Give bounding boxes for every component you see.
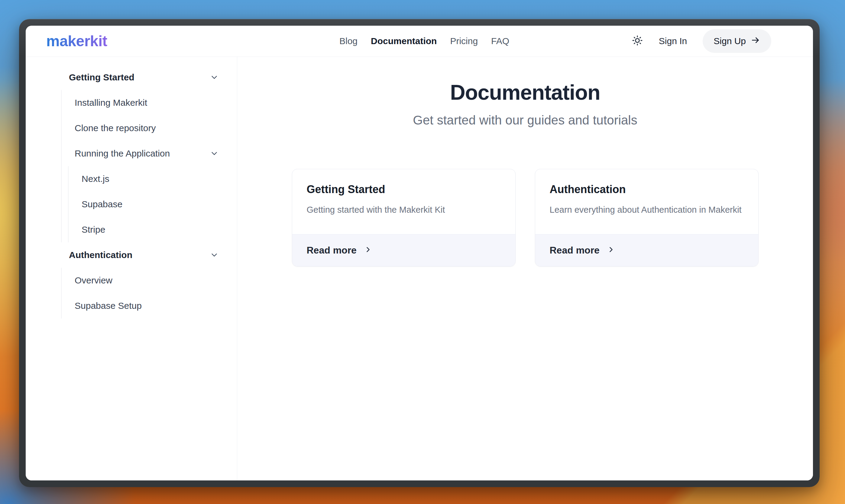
read-more-label: Read more	[550, 245, 599, 256]
card-authentication[interactable]: Authentication Learn everything about Au…	[535, 169, 759, 266]
docs-main: Documentation Get started with our guide…	[237, 57, 813, 481]
makerkit-logo[interactable]: makerkit	[46, 32, 107, 50]
sign-in-link[interactable]: Sign In	[659, 36, 687, 46]
read-more-label: Read more	[307, 245, 357, 256]
nav-item-pricing[interactable]: Pricing	[450, 36, 478, 46]
page-subtitle: Get started with our guides and tutorial…	[237, 113, 813, 128]
card-body: Authentication Learn everything about Au…	[535, 169, 758, 234]
card-description: Learn everything about Authentication in…	[550, 204, 744, 215]
sidebar-item-clone-the-repository[interactable]: Clone the repository	[62, 115, 237, 141]
sidebar-group-running-the-application: Next.js Supabase Stripe	[68, 166, 237, 242]
chevron-right-icon	[607, 245, 615, 255]
app-screen: makerkit Blog Documentation Pricing FAQ	[26, 26, 813, 481]
docs-card-grid: Getting Started Getting started with the…	[237, 169, 813, 266]
nav-item-faq[interactable]: FAQ	[491, 36, 509, 46]
sidebar-group-getting-started: Installing Makerkit Clone the repository…	[61, 90, 237, 242]
desktop-wallpaper: makerkit Blog Documentation Pricing FAQ	[0, 0, 845, 504]
main-nav: Blog Documentation Pricing FAQ	[339, 26, 509, 56]
chevron-down-icon	[210, 149, 219, 158]
read-more-link[interactable]: Read more	[535, 234, 758, 266]
sidebar-item-stripe[interactable]: Stripe	[69, 217, 237, 242]
sidebar-item-supabase-setup[interactable]: Supabase Setup	[62, 293, 237, 319]
chevron-right-icon	[364, 245, 372, 255]
theme-toggle-button[interactable]	[632, 35, 643, 48]
site-header: makerkit Blog Documentation Pricing FAQ	[26, 26, 813, 57]
sidebar-item-installing-makerkit[interactable]: Installing Makerkit	[62, 90, 237, 115]
sidebar-section-getting-started[interactable]: Getting Started	[26, 65, 237, 90]
sidebar-group-authentication: Overview Supabase Setup	[61, 268, 237, 319]
arrow-right-icon	[751, 35, 760, 47]
card-title: Getting Started	[307, 183, 501, 196]
sign-up-label: Sign Up	[714, 36, 746, 46]
card-body: Getting Started Getting started with the…	[292, 169, 515, 234]
chevron-down-icon	[210, 73, 219, 82]
sidebar-section-authentication[interactable]: Authentication	[26, 242, 237, 268]
header-actions: Sign In Sign Up	[632, 26, 771, 56]
browser-window-frame: makerkit Blog Documentation Pricing FAQ	[19, 19, 820, 487]
sidebar-item-nextjs[interactable]: Next.js	[69, 166, 237, 192]
sign-up-button[interactable]: Sign Up	[703, 29, 771, 53]
card-title: Authentication	[550, 183, 744, 196]
sidebar-item-supabase[interactable]: Supabase	[69, 192, 237, 217]
nav-item-documentation[interactable]: Documentation	[371, 36, 437, 46]
docs-sidebar: Getting Started Installing Makerkit Clon…	[26, 57, 237, 481]
sun-icon	[632, 35, 643, 48]
read-more-link[interactable]: Read more	[292, 234, 515, 266]
card-description: Getting started with the Makerkit Kit	[307, 204, 501, 215]
card-getting-started[interactable]: Getting Started Getting started with the…	[292, 169, 516, 266]
page-title: Documentation	[237, 81, 813, 104]
sidebar-item-running-the-application[interactable]: Running the Application	[62, 141, 237, 166]
nav-item-blog[interactable]: Blog	[339, 36, 358, 46]
sidebar-item-overview[interactable]: Overview	[62, 268, 237, 293]
chevron-down-icon	[210, 251, 219, 259]
page-body: Getting Started Installing Makerkit Clon…	[26, 57, 813, 481]
